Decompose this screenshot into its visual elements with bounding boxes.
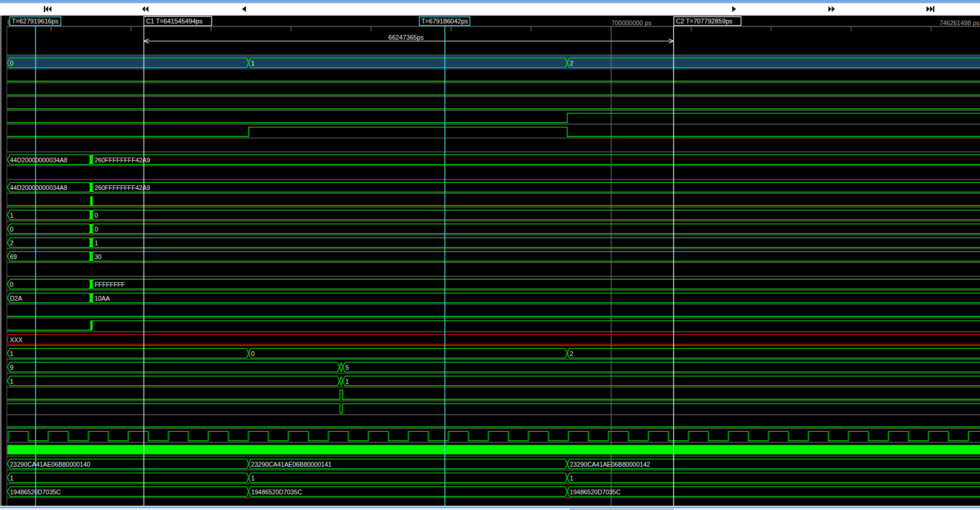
svg-text:1: 1 [10,475,14,482]
svg-text:0: 0 [94,226,98,233]
svg-text:10AA: 10AA [94,295,109,302]
svg-text:69: 69 [10,254,17,260]
svg-text:44D20000000034A8: 44D20000000034A8 [10,157,68,164]
svg-text:0: 0 [10,226,14,233]
svg-text:1: 1 [570,475,574,482]
svg-text:XXX: XXX [10,337,23,343]
svg-text:5: 5 [346,364,349,371]
svg-text:0: 0 [251,351,255,357]
svg-text:0: 0 [10,281,14,288]
svg-text:C2 T=707792859ps: C2 T=707792859ps [676,17,732,25]
svg-text:FFFFFFFF: FFFFFFFF [94,281,125,288]
svg-text:1: 1 [10,212,14,219]
svg-text:2: 2 [570,351,574,357]
svg-text:C1 T=641545494ps: C1 T=641545494ps [146,17,203,25]
svg-text:23290CA41AE06B80000142: 23290CA41AE06B80000142 [570,461,651,468]
svg-text:2: 2 [10,240,14,247]
svg-text:44D20000000034A8: 44D20000000034A8 [10,185,68,191]
svg-text:66247365ps: 66247365ps [388,34,424,41]
svg-text:T=679186042ps: T=679186042ps [421,17,468,25]
svg-text:9: 9 [10,364,14,371]
svg-text:23290CA41AE06B80000140: 23290CA41AE06B80000140 [10,461,91,468]
svg-text:2: 2 [570,60,574,67]
svg-text:700000000 ps: 700000000 ps [611,19,652,26]
svg-text:746261498 ps: 746261498 ps [939,19,979,26]
svg-text:260FFFFFFFF42A9: 260FFFFFFFF42A9 [94,157,150,164]
svg-text:260FFFFFFFF42A9: 260FFFFFFFF42A9 [94,185,150,191]
svg-text:1: 1 [346,378,349,385]
svg-text:D2A: D2A [10,295,22,302]
svg-text:19486520D7035C: 19486520D7035C [570,489,621,496]
svg-text:0: 0 [10,60,14,67]
svg-text:1: 1 [251,475,255,482]
svg-text:1: 1 [94,240,98,247]
svg-text:T=627919616ps: T=627919616ps [12,17,59,25]
svg-text:1: 1 [251,60,255,67]
svg-text:1: 1 [10,351,14,357]
svg-text:0: 0 [94,212,98,219]
svg-text:23290CA41AE06B80000141: 23290CA41AE06B80000141 [251,461,332,468]
svg-text:1: 1 [10,378,14,385]
svg-text:30: 30 [94,254,102,260]
svg-text:19486520D7035C: 19486520D7035C [251,489,302,496]
